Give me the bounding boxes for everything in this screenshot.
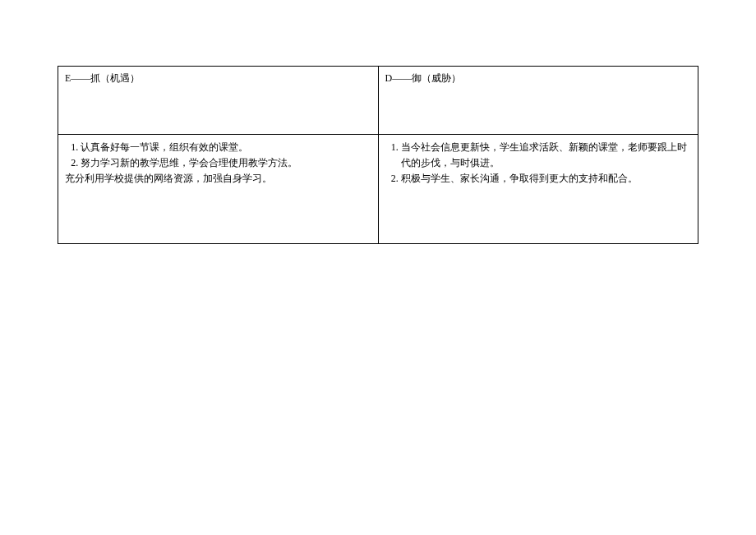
opportunity-extra-text: 充分利用学校提供的网络资源，加强自身学习。 xyxy=(65,171,371,187)
document-page: E——抓（机遇） D——御（威胁） 认真备好每一节课，组织有效的课堂。 努力学习… xyxy=(0,0,756,244)
threat-list: 当今社会信息更新快，学生追求活跃、新颖的课堂，老师要跟上时代的步伐，与时俱进。 … xyxy=(385,140,692,187)
table-header-row: E——抓（机遇） D——御（威胁） xyxy=(58,67,698,135)
header-label-left: E——抓（机遇） xyxy=(65,72,140,84)
header-label-right: D——御（威胁） xyxy=(385,72,462,84)
list-item: 努力学习新的教学思维，学会合理使用教学方法。 xyxy=(81,155,371,171)
list-item: 积极与学生、家长沟通，争取得到更大的支持和配合。 xyxy=(401,171,691,187)
swot-table: E——抓（机遇） D——御（威胁） 认真备好每一节课，组织有效的课堂。 努力学习… xyxy=(58,66,698,244)
list-item: 当今社会信息更新快，学生追求活跃、新颖的课堂，老师要跟上时代的步伐，与时俱进。 xyxy=(401,140,691,171)
body-cell-threat: 当今社会信息更新快，学生追求活跃、新颖的课堂，老师要跟上时代的步伐，与时俱进。 … xyxy=(378,135,698,244)
opportunity-list: 认真备好每一节课，组织有效的课堂。 努力学习新的教学思维，学会合理使用教学方法。 xyxy=(65,140,371,171)
header-cell-opportunity: E——抓（机遇） xyxy=(58,67,379,135)
list-item: 认真备好每一节课，组织有效的课堂。 xyxy=(81,140,371,155)
body-cell-opportunity: 认真备好每一节课，组织有效的课堂。 努力学习新的教学思维，学会合理使用教学方法。… xyxy=(58,135,379,244)
header-cell-threat: D——御（威胁） xyxy=(378,67,698,135)
table-body-row: 认真备好每一节课，组织有效的课堂。 努力学习新的教学思维，学会合理使用教学方法。… xyxy=(58,135,698,244)
